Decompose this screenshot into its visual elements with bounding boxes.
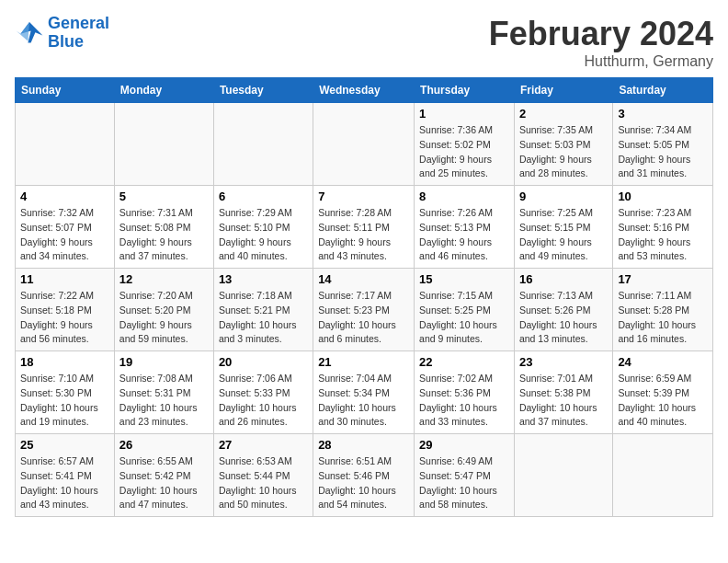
calendar-header-row: SundayMondayTuesdayWednesdayThursdayFrid… xyxy=(16,78,713,103)
calendar-day-cell: 14Sunrise: 7:17 AM Sunset: 5:23 PM Dayli… xyxy=(313,269,415,351)
header-day-wednesday: Wednesday xyxy=(313,78,415,103)
calendar-day-cell: 2Sunrise: 7:35 AM Sunset: 5:03 PM Daylig… xyxy=(514,103,612,186)
day-number: 29 xyxy=(419,438,509,452)
calendar-day-cell: 9Sunrise: 7:25 AM Sunset: 5:15 PM Daylig… xyxy=(514,186,612,269)
logo-icon xyxy=(15,20,44,46)
calendar-day-cell: 11Sunrise: 7:22 AM Sunset: 5:18 PM Dayli… xyxy=(16,269,115,351)
header-day-friday: Friday xyxy=(514,78,612,103)
logo-text: General Blue xyxy=(48,15,109,52)
day-info: Sunrise: 7:28 AM Sunset: 5:11 PM Dayligh… xyxy=(318,206,409,264)
day-number: 24 xyxy=(618,355,708,369)
day-number: 25 xyxy=(20,438,109,452)
day-info: Sunrise: 7:15 AM Sunset: 5:25 PM Dayligh… xyxy=(419,289,509,347)
day-number: 14 xyxy=(318,272,409,286)
calendar-day-cell: 13Sunrise: 7:18 AM Sunset: 5:21 PM Dayli… xyxy=(213,269,313,351)
day-info: Sunrise: 7:25 AM Sunset: 5:15 PM Dayligh… xyxy=(519,206,608,264)
calendar-day-cell: 17Sunrise: 7:11 AM Sunset: 5:28 PM Dayli… xyxy=(613,269,713,351)
calendar-week-row: 25Sunrise: 6:57 AM Sunset: 5:41 PM Dayli… xyxy=(16,434,713,517)
day-number: 1 xyxy=(419,107,509,121)
day-number: 4 xyxy=(20,190,109,203)
calendar-day-cell: 24Sunrise: 6:59 AM Sunset: 5:39 PM Dayli… xyxy=(613,351,713,434)
day-info: Sunrise: 7:02 AM Sunset: 5:36 PM Dayligh… xyxy=(419,372,509,430)
day-number: 17 xyxy=(618,272,708,286)
calendar-table: SundayMondayTuesdayWednesdayThursdayFrid… xyxy=(15,77,713,517)
day-number: 5 xyxy=(119,190,209,203)
calendar-day-cell xyxy=(613,434,713,517)
day-number: 12 xyxy=(119,272,209,286)
calendar-day-cell: 19Sunrise: 7:08 AM Sunset: 5:31 PM Dayli… xyxy=(114,351,213,434)
day-info: Sunrise: 7:01 AM Sunset: 5:38 PM Dayligh… xyxy=(519,372,608,430)
month-title: February 2024 xyxy=(489,15,713,53)
calendar-day-cell: 27Sunrise: 6:53 AM Sunset: 5:44 PM Dayli… xyxy=(213,434,313,517)
day-number: 22 xyxy=(419,355,509,369)
calendar-day-cell: 4Sunrise: 7:32 AM Sunset: 5:07 PM Daylig… xyxy=(16,186,115,269)
calendar-day-cell: 1Sunrise: 7:36 AM Sunset: 5:02 PM Daylig… xyxy=(415,103,515,186)
day-info: Sunrise: 7:35 AM Sunset: 5:03 PM Dayligh… xyxy=(519,123,608,181)
day-info: Sunrise: 7:13 AM Sunset: 5:26 PM Dayligh… xyxy=(519,289,608,347)
header-day-sunday: Sunday xyxy=(16,78,115,103)
calendar-week-row: 18Sunrise: 7:10 AM Sunset: 5:30 PM Dayli… xyxy=(16,351,713,434)
day-number: 2 xyxy=(519,107,608,121)
day-info: Sunrise: 7:31 AM Sunset: 5:08 PM Dayligh… xyxy=(119,206,209,264)
calendar-day-cell: 29Sunrise: 6:49 AM Sunset: 5:47 PM Dayli… xyxy=(415,434,515,517)
calendar-week-row: 11Sunrise: 7:22 AM Sunset: 5:18 PM Dayli… xyxy=(16,269,713,351)
page-header: General Blue February 2024 Hutthurm, Ger… xyxy=(15,15,713,70)
header-day-monday: Monday xyxy=(114,78,213,103)
calendar-week-row: 4Sunrise: 7:32 AM Sunset: 5:07 PM Daylig… xyxy=(16,186,713,269)
calendar-day-cell: 18Sunrise: 7:10 AM Sunset: 5:30 PM Dayli… xyxy=(16,351,115,434)
calendar-day-cell: 28Sunrise: 6:51 AM Sunset: 5:46 PM Dayli… xyxy=(313,434,415,517)
calendar-day-cell: 23Sunrise: 7:01 AM Sunset: 5:38 PM Dayli… xyxy=(514,351,612,434)
day-info: Sunrise: 7:20 AM Sunset: 5:20 PM Dayligh… xyxy=(119,289,209,347)
day-number: 21 xyxy=(318,355,409,369)
day-info: Sunrise: 7:22 AM Sunset: 5:18 PM Dayligh… xyxy=(20,289,109,347)
day-number: 7 xyxy=(318,190,409,203)
day-info: Sunrise: 6:59 AM Sunset: 5:39 PM Dayligh… xyxy=(618,372,708,430)
calendar-day-cell: 22Sunrise: 7:02 AM Sunset: 5:36 PM Dayli… xyxy=(415,351,515,434)
location: Hutthurm, Germany xyxy=(489,53,713,70)
day-info: Sunrise: 7:32 AM Sunset: 5:07 PM Dayligh… xyxy=(20,206,109,264)
day-number: 26 xyxy=(119,438,209,452)
calendar-day-cell: 8Sunrise: 7:26 AM Sunset: 5:13 PM Daylig… xyxy=(415,186,515,269)
day-number: 18 xyxy=(20,355,109,369)
calendar-day-cell: 6Sunrise: 7:29 AM Sunset: 5:10 PM Daylig… xyxy=(213,186,313,269)
day-info: Sunrise: 7:11 AM Sunset: 5:28 PM Dayligh… xyxy=(618,289,708,347)
day-number: 19 xyxy=(119,355,209,369)
title-block: February 2024 Hutthurm, Germany xyxy=(489,15,713,70)
day-number: 16 xyxy=(519,272,608,286)
day-info: Sunrise: 6:55 AM Sunset: 5:42 PM Dayligh… xyxy=(119,454,209,512)
day-info: Sunrise: 7:26 AM Sunset: 5:13 PM Dayligh… xyxy=(419,206,509,264)
calendar-week-row: 1Sunrise: 7:36 AM Sunset: 5:02 PM Daylig… xyxy=(16,103,713,186)
day-number: 9 xyxy=(519,190,608,203)
header-day-tuesday: Tuesday xyxy=(213,78,313,103)
day-info: Sunrise: 7:17 AM Sunset: 5:23 PM Dayligh… xyxy=(318,289,409,347)
calendar-day-cell: 25Sunrise: 6:57 AM Sunset: 5:41 PM Dayli… xyxy=(16,434,115,517)
calendar-day-cell: 5Sunrise: 7:31 AM Sunset: 5:08 PM Daylig… xyxy=(114,186,213,269)
calendar-day-cell: 26Sunrise: 6:55 AM Sunset: 5:42 PM Dayli… xyxy=(114,434,213,517)
day-info: Sunrise: 7:04 AM Sunset: 5:34 PM Dayligh… xyxy=(318,372,409,430)
calendar-day-cell: 3Sunrise: 7:34 AM Sunset: 5:05 PM Daylig… xyxy=(613,103,713,186)
day-number: 15 xyxy=(419,272,509,286)
day-number: 3 xyxy=(618,107,708,121)
calendar-day-cell xyxy=(213,103,313,186)
day-info: Sunrise: 7:23 AM Sunset: 5:16 PM Dayligh… xyxy=(618,206,708,264)
calendar-day-cell: 16Sunrise: 7:13 AM Sunset: 5:26 PM Dayli… xyxy=(514,269,612,351)
day-info: Sunrise: 6:51 AM Sunset: 5:46 PM Dayligh… xyxy=(318,454,409,512)
day-number: 6 xyxy=(219,190,308,203)
day-info: Sunrise: 7:36 AM Sunset: 5:02 PM Dayligh… xyxy=(419,123,509,181)
calendar-day-cell: 15Sunrise: 7:15 AM Sunset: 5:25 PM Dayli… xyxy=(415,269,515,351)
logo: General Blue xyxy=(15,15,109,52)
logo-blue: Blue xyxy=(48,32,84,51)
calendar-day-cell: 12Sunrise: 7:20 AM Sunset: 5:20 PM Dayli… xyxy=(114,269,213,351)
day-info: Sunrise: 7:29 AM Sunset: 5:10 PM Dayligh… xyxy=(219,206,308,264)
calendar-day-cell xyxy=(514,434,612,517)
day-number: 23 xyxy=(519,355,608,369)
day-info: Sunrise: 6:49 AM Sunset: 5:47 PM Dayligh… xyxy=(419,454,509,512)
calendar-day-cell: 7Sunrise: 7:28 AM Sunset: 5:11 PM Daylig… xyxy=(313,186,415,269)
day-number: 8 xyxy=(419,190,509,203)
calendar-day-cell xyxy=(313,103,415,186)
logo-general: General xyxy=(48,14,109,32)
svg-marker-1 xyxy=(17,22,29,41)
day-number: 27 xyxy=(219,438,308,452)
day-info: Sunrise: 7:08 AM Sunset: 5:31 PM Dayligh… xyxy=(119,372,209,430)
calendar-day-cell: 20Sunrise: 7:06 AM Sunset: 5:33 PM Dayli… xyxy=(213,351,313,434)
